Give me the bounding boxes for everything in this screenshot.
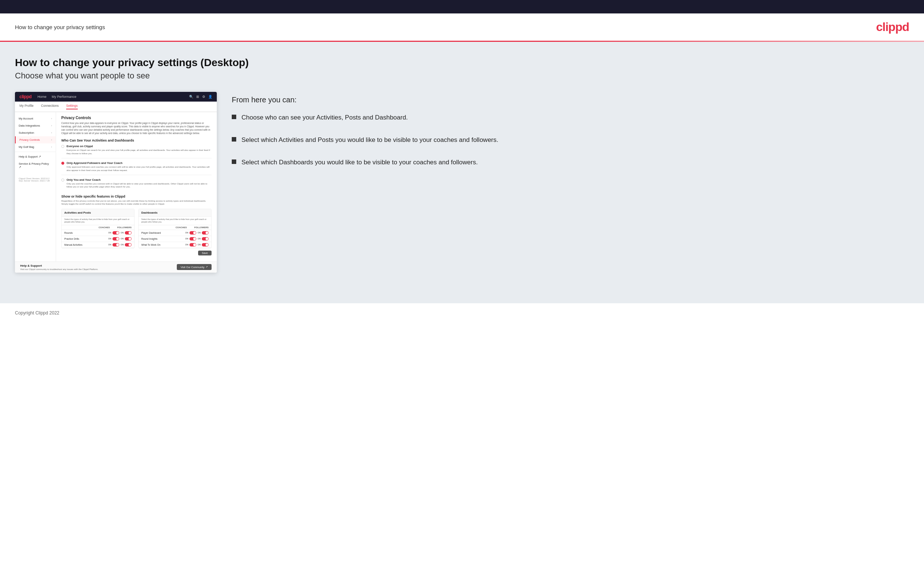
radio-dot-everyone[interactable] [61, 145, 64, 148]
toggle-group-manual: ON ON [108, 243, 132, 247]
dashboards-table-header: Dashboards [139, 209, 211, 217]
toggle-practice-coaches: ON [108, 237, 119, 240]
radio-text-only-you: Only you and the coaches you connect wit… [66, 182, 212, 189]
sidebar-item-my-golf-bag[interactable]: My Golf Bag › [15, 143, 56, 150]
toggle-pd-coaches: ON [186, 231, 196, 235]
activities-table-header: Activities and Posts [62, 209, 134, 217]
feature-row-practice-drills: Practice Drills ON ON [62, 236, 134, 242]
sidebar-label-subscription: Subscription [19, 131, 34, 134]
sidebar-label-data-integrations: Data Integrations [19, 124, 40, 127]
chevron-right-icon: › [51, 139, 52, 141]
sub-nav-settings[interactable]: Settings [66, 104, 78, 110]
toggle-group-practice: ON ON [108, 237, 132, 240]
feature-label-practice-drills: Practice Drills [64, 237, 108, 240]
feature-label-what-to-work: What To Work On [141, 243, 186, 246]
from-here-text: From here you can: [232, 96, 909, 104]
help-title: Help & Support [20, 264, 98, 268]
sidebar-item-my-account[interactable]: My Account › [15, 115, 56, 122]
sidebar-item-data-integrations[interactable]: Data Integrations › [15, 122, 56, 129]
toggle-pd-followers-switch[interactable] [202, 231, 208, 235]
feature-label-manual: Manual Activities [64, 243, 108, 246]
copyright-text: Copyright Clippd 2022 [15, 310, 60, 316]
feature-row-player-dashboard: Player Dashboard ON ON [139, 230, 211, 236]
chevron-right-icon: › [51, 124, 52, 127]
bullets-section: From here you can: Choose who can see yo… [232, 92, 909, 180]
content-row: clippd Home My Performance 🔍 ⊞ ⚙ 👤 My Pr… [15, 92, 909, 272]
app-main-panel: Privacy Controls Control how you and you… [56, 112, 217, 261]
chevron-right-icon: › [51, 146, 52, 148]
feature-row-what-to-work: What To Work On ON ON [139, 242, 211, 248]
toggle-manual-followers: ON [121, 243, 132, 247]
toggle-ww-followers-switch[interactable] [202, 243, 208, 247]
feature-row-rounds: Rounds ON ON [62, 230, 134, 236]
app-nav-link-home[interactable]: Home [37, 95, 46, 98]
toggle-group-rounds: ON ON [108, 231, 132, 235]
page-heading: How to change your privacy settings (Des… [15, 57, 909, 69]
toggle-group-what-to-work: ON ON [186, 243, 209, 247]
user-icon[interactable]: 👤 [208, 95, 212, 98]
feature-label-round-insights: Round Insights [141, 237, 186, 240]
activities-table-desc: Select the types of activity that you'd … [62, 217, 134, 225]
toggle-manual-coaches-switch[interactable] [113, 243, 119, 247]
header-title: How to change your privacy settings [15, 24, 105, 30]
save-button[interactable]: Save [198, 251, 212, 255]
radio-content-followers-coach: Only Approved Followers and Your Coach O… [66, 161, 212, 172]
toggle-manual-followers-switch[interactable] [125, 243, 132, 247]
chevron-right-icon: › [51, 131, 52, 134]
bullet-square-2 [232, 137, 236, 142]
toggle-rounds-coaches-switch[interactable] [113, 231, 119, 235]
radio-dot-only-you[interactable] [61, 179, 64, 182]
sub-nav-connections[interactable]: Connections [41, 104, 59, 110]
toggle-ri-coaches: ON [186, 237, 196, 240]
app-body: My Account › Data Integrations › Subscri… [15, 112, 217, 261]
bullet-text-3: Select which Dashboards you would like t… [241, 158, 478, 167]
toggle-pd-coaches-switch[interactable] [189, 231, 196, 235]
top-bar [0, 0, 924, 13]
app-nav: clippd Home My Performance 🔍 ⊞ ⚙ 👤 [15, 92, 217, 102]
dashboards-table-desc: Select the types of activity that you'd … [139, 217, 211, 225]
sub-nav: My Profile Connections Settings [15, 102, 217, 112]
tables-row: Activities and Posts Select the types of… [61, 209, 212, 248]
dashboards-table: Dashboards Select the types of activity … [138, 209, 212, 248]
radio-option-everyone: Everyone on Clippd Everyone on Clippd ca… [61, 145, 212, 158]
help-desc: Visit our Clippd community to troublesho… [20, 268, 98, 271]
toggle-ri-followers-switch[interactable] [202, 237, 208, 240]
radio-label-only-you: Only You and Your Coach [66, 178, 212, 182]
sidebar-item-privacy-controls[interactable]: Privacy Controls › [15, 136, 56, 143]
toggle-group-player-dashboard: ON ON [186, 231, 209, 235]
main-content: How to change your privacy settings (Des… [0, 42, 924, 303]
visit-community-button[interactable]: Visit Our Community ↗ [177, 264, 212, 270]
radio-dot-followers-coach[interactable] [61, 162, 64, 165]
sub-nav-my-profile[interactable]: My Profile [19, 104, 34, 110]
show-hide-title: Show or hide specific features in Clippd [61, 195, 212, 198]
radio-option-followers-coach: Only Approved Followers and Your Coach O… [61, 161, 212, 175]
toggle-ri-coaches-switch[interactable] [189, 237, 196, 240]
sidebar-item-subscription[interactable]: Subscription › [15, 129, 56, 136]
toggle-practice-followers-switch[interactable] [125, 237, 132, 240]
help-row: Help & Support Visit our Clippd communit… [15, 261, 217, 272]
app-nav-logo: clippd [19, 94, 31, 99]
bullet-square-1 [232, 114, 236, 119]
sidebar-item-service-privacy[interactable]: Service & Privacy Policy ↗ [15, 160, 56, 171]
feature-row-round-insights: Round Insights ON ON [139, 236, 211, 242]
external-link-icon: ↗ [205, 266, 208, 269]
toggle-rounds-followers-switch[interactable] [125, 231, 132, 235]
toggle-pd-followers: ON [198, 231, 208, 235]
privacy-title: Privacy Controls [61, 116, 212, 120]
sidebar-item-help-support[interactable]: Help & Support ↗ [15, 153, 56, 160]
toggle-ww-coaches-switch[interactable] [189, 243, 196, 247]
app-nav-link-performance[interactable]: My Performance [52, 95, 76, 98]
page-subheading: Choose what you want people to see [15, 71, 909, 81]
dashboards-followers-col-label: FOLLOWERS [194, 226, 208, 229]
bullet-text-1: Choose who can see your Activities, Post… [241, 113, 408, 122]
logo: clippd [876, 20, 909, 34]
toggle-ww-coaches: ON [186, 243, 196, 247]
radio-text-everyone: Everyone on Clippd can search for you an… [66, 148, 212, 155]
toggle-practice-coaches-switch[interactable] [113, 237, 119, 240]
settings-icon[interactable]: ⚙ [202, 95, 205, 98]
chevron-right-icon: › [51, 117, 52, 120]
radio-label-everyone: Everyone on Clippd [66, 145, 212, 148]
sidebar-divider [15, 152, 56, 152]
grid-icon[interactable]: ⊞ [196, 95, 199, 98]
search-icon[interactable]: 🔍 [189, 95, 193, 98]
